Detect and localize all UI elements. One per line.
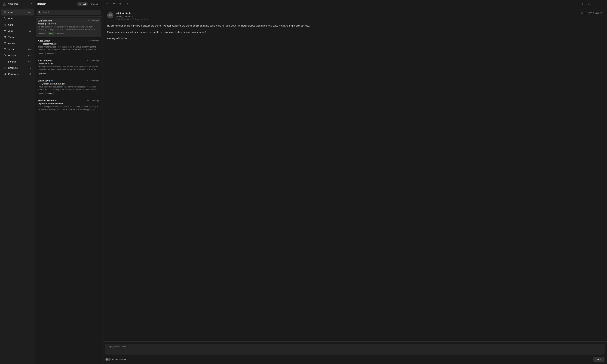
svg-rect-5 bbox=[4, 42, 6, 43]
email-list-item[interactable]: Bob Johnson 10 months ago Weekend Plans … bbox=[36, 57, 101, 77]
email-sender: Bob Johnson bbox=[38, 59, 52, 62]
reply-textarea[interactable] bbox=[105, 344, 605, 355]
detail-body-paragraph: Hi, let's have a meeting tomorrow to dis… bbox=[107, 24, 603, 28]
email-subject: Re: Project Update bbox=[38, 43, 99, 45]
sidebar-item-inbox[interactable]: Inbox 128 bbox=[1, 10, 34, 15]
account-header[interactable]: Alicia Koch ⌃ bbox=[0, 0, 35, 8]
sidebar-item-archive[interactable]: Archive bbox=[1, 40, 34, 46]
shopping-icon bbox=[3, 66, 6, 69]
sidebar-item-drafts[interactable]: Drafts 9 bbox=[1, 16, 34, 22]
email-sender: Emily Davis bbox=[38, 79, 53, 82]
sidebar-item-junk[interactable]: Junk 23 bbox=[1, 28, 34, 34]
unread-indicator bbox=[55, 100, 56, 101]
email-subject: Weekend Plans bbox=[38, 63, 99, 65]
email-preview: I have an important announcement to make… bbox=[38, 105, 99, 111]
nav-count-updates: 342 bbox=[28, 54, 31, 57]
email-list: William Smith 3 months ago Meeting Tomor… bbox=[35, 17, 103, 364]
email-tags: workbudget bbox=[38, 92, 99, 95]
sidebar-item-updates[interactable]: Updates 342 bbox=[1, 52, 34, 59]
reply-all-button[interactable] bbox=[587, 1, 592, 7]
email-tag: work bbox=[38, 52, 44, 55]
email-sender: Michael Wilson bbox=[38, 99, 56, 102]
sidebar-label-social: Social bbox=[8, 48, 26, 51]
sidebar-item-forums[interactable]: Forums 128 bbox=[1, 59, 34, 65]
svg-point-9 bbox=[6, 69, 6, 69]
email-tags: workimportant bbox=[38, 52, 99, 55]
mute-toggle[interactable] bbox=[105, 358, 111, 361]
sidebar-nav: Inbox 128 Drafts 9 Sent Junk 23 Trash Ar… bbox=[0, 8, 35, 78]
detail-toolbar bbox=[103, 0, 607, 8]
search-bar: 🔍 bbox=[35, 8, 103, 17]
filter-tabs: All mail Unread bbox=[77, 2, 100, 6]
sidebar-label-promotions: Promotions bbox=[8, 73, 27, 75]
sidebar-label-archive: Archive bbox=[8, 42, 31, 45]
message-icon bbox=[3, 60, 6, 63]
toggle-knob bbox=[106, 358, 108, 361]
sidebar-item-promotions[interactable]: Promotions 21 bbox=[1, 71, 34, 77]
sidebar-item-social[interactable]: Social 972 bbox=[1, 46, 34, 52]
filter-unread-button[interactable]: Unread bbox=[89, 2, 100, 6]
email-list-item[interactable]: Michael Wilson 11 months ago Important A… bbox=[36, 97, 101, 113]
svg-point-8 bbox=[4, 69, 5, 69]
inbox-icon bbox=[3, 11, 6, 14]
archive-button[interactable] bbox=[105, 1, 110, 7]
email-tag: important bbox=[45, 52, 55, 55]
filter-all-button[interactable]: All mail bbox=[77, 2, 88, 6]
send-button[interactable]: Send bbox=[594, 357, 605, 362]
nav-count-shopping: 8 bbox=[30, 67, 31, 69]
nav-count-inbox: 128 bbox=[28, 11, 31, 13]
email-sender: Alice Smith bbox=[38, 39, 50, 42]
email-tags: personal bbox=[38, 72, 99, 75]
detail-sender-name: William Smith bbox=[116, 12, 579, 15]
sidebar: Alicia Koch ⌃ Inbox 128 Drafts 9 Sent Ju… bbox=[0, 0, 35, 364]
delete-button[interactable] bbox=[118, 1, 123, 7]
trash-icon bbox=[3, 36, 6, 39]
detail-meta: William Smith Meeting Tomorrow Reply-To:… bbox=[116, 12, 579, 20]
email-time: 10 months ago bbox=[87, 60, 99, 62]
avatar: WS bbox=[107, 12, 113, 18]
sidebar-item-sent[interactable]: Sent bbox=[1, 22, 34, 28]
move-junk-button[interactable] bbox=[112, 1, 117, 7]
email-detail-panel: WS William Smith Meeting Tomorrow Reply-… bbox=[103, 0, 607, 364]
email-time: 11 months ago bbox=[87, 100, 99, 102]
email-item-header: William Smith 3 months ago bbox=[38, 19, 99, 22]
email-list-item[interactable]: Alice Smith 3 months ago Re: Project Upd… bbox=[36, 38, 101, 57]
nav-count-forums: 128 bbox=[28, 61, 31, 63]
toolbar-right bbox=[580, 1, 605, 7]
detail-reply-to: Reply-To: williamsmith@example.com bbox=[116, 18, 579, 20]
email-time: 3 months ago bbox=[88, 20, 99, 22]
email-tag: important bbox=[55, 32, 66, 35]
svg-rect-11 bbox=[107, 3, 109, 4]
sidebar-label-sent: Sent bbox=[8, 24, 31, 26]
forward-button[interactable] bbox=[593, 1, 598, 7]
email-tag: budget bbox=[45, 92, 54, 95]
email-list-item[interactable]: William Smith 3 months ago Meeting Tomor… bbox=[36, 17, 101, 37]
archive2-icon bbox=[3, 42, 6, 45]
sidebar-label-junk: Junk bbox=[8, 30, 27, 32]
sidebar-item-trash[interactable]: Trash bbox=[1, 34, 34, 40]
mute-section: Mute this thread bbox=[105, 358, 127, 361]
sidebar-label-forums: Forums bbox=[8, 61, 26, 63]
email-sender: William Smith bbox=[38, 19, 53, 22]
more-button[interactable] bbox=[599, 1, 605, 7]
email-list-item[interactable]: Emily Davis 10 months ago Re: Question a… bbox=[36, 78, 101, 97]
svg-rect-0 bbox=[4, 12, 6, 13]
email-tag: work bbox=[38, 92, 44, 95]
detail-subject: Meeting Tomorrow bbox=[116, 15, 579, 18]
email-item-header: Emily Davis 10 months ago bbox=[38, 79, 99, 82]
search-icon: 🔍 bbox=[38, 11, 41, 13]
sidebar-item-shopping[interactable]: Shopping 8 bbox=[1, 65, 34, 71]
detail-body: Hi, let's have a meeting tomorrow to dis… bbox=[107, 24, 603, 40]
snooze-button[interactable] bbox=[124, 1, 129, 7]
search-input[interactable] bbox=[37, 10, 101, 15]
email-tag: meeting bbox=[38, 32, 47, 35]
sidebar-label-shopping: Shopping bbox=[8, 67, 28, 69]
email-tags: meetingworkimportant bbox=[38, 32, 99, 35]
page-title: Inbox bbox=[37, 2, 46, 6]
email-tag: personal bbox=[38, 72, 47, 75]
email-list-panel: Inbox All mail Unread 🔍 William Smith 3 … bbox=[35, 0, 103, 364]
sidebar-label-updates: Updates bbox=[8, 54, 26, 57]
email-preview: I have a question about the budget for t… bbox=[38, 86, 99, 91]
reply-button[interactable] bbox=[580, 1, 585, 7]
email-item-header: Alice Smith 3 months ago bbox=[38, 39, 99, 42]
